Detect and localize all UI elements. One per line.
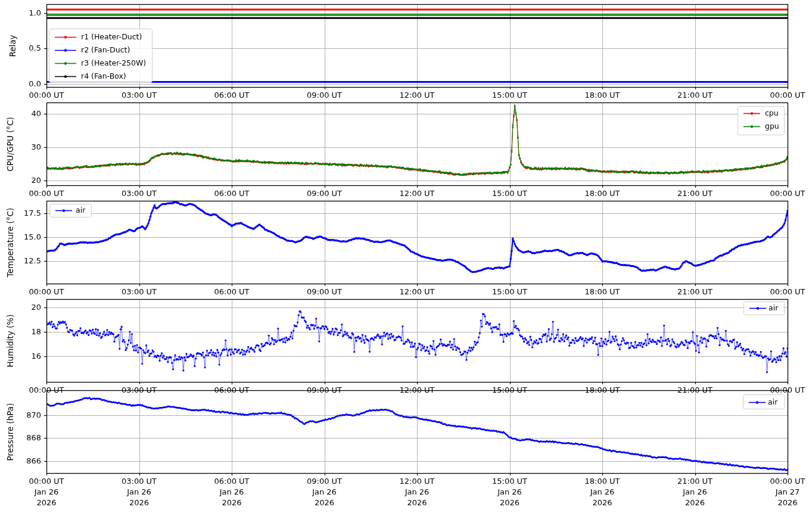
chart-canvas bbox=[0, 0, 812, 513]
multi-panel-timeseries-figure: r1 (Heater-Duct)r2 (Fan-Duct)r3 (Heater-… bbox=[0, 0, 812, 513]
